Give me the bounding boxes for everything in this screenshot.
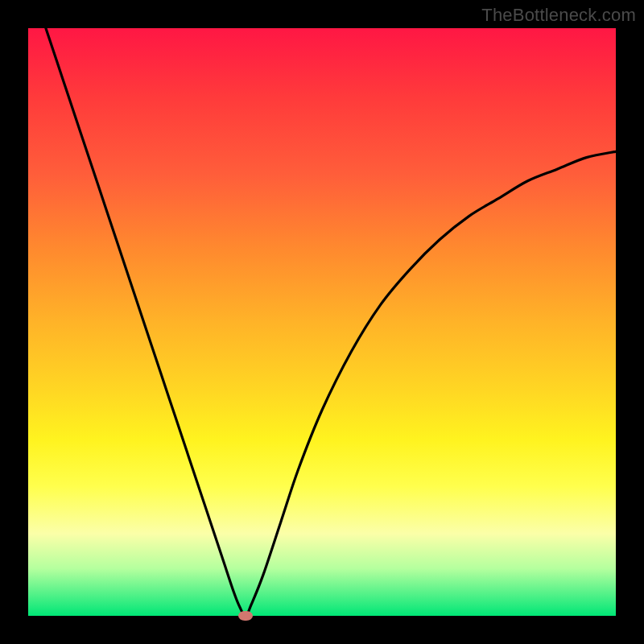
chart-frame: TheBottleneck.com bbox=[0, 0, 644, 644]
plot-area bbox=[28, 28, 616, 616]
watermark-text: TheBottleneck.com bbox=[481, 5, 636, 26]
bottleneck-curve bbox=[28, 28, 616, 616]
bottleneck-marker bbox=[238, 611, 253, 621]
